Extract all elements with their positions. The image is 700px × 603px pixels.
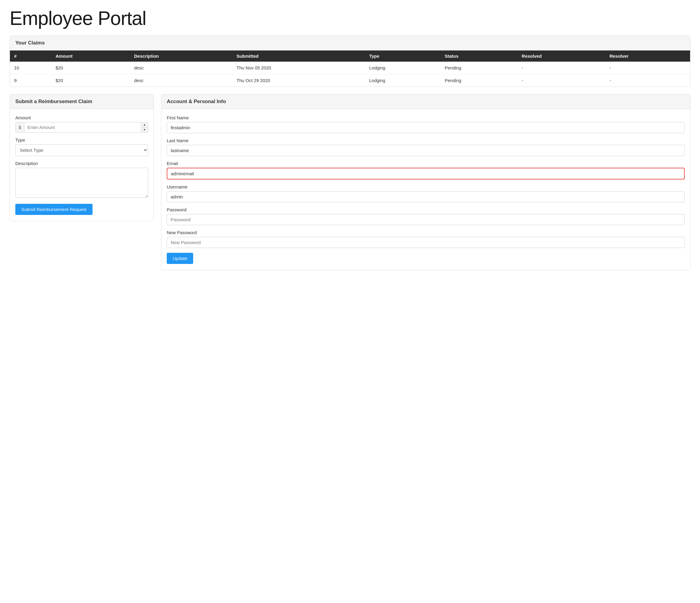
- amount-input[interactable]: [24, 122, 141, 132]
- account-card-title: Account & Personal Info: [161, 94, 690, 109]
- amount-label: Amount: [15, 115, 148, 120]
- account-card: Account & Personal Info First Name Last …: [161, 94, 691, 270]
- claims-table: # Amount Description Submitted Type Stat…: [10, 50, 690, 87]
- amount-decrement[interactable]: ▼: [141, 127, 148, 132]
- description-group: Description: [15, 161, 148, 199]
- reimbursement-card: Submit a Reimbursement Claim Amount $ ▲ …: [9, 94, 154, 221]
- new-password-label: New Password: [167, 230, 685, 235]
- col-header-type: Type: [365, 50, 441, 62]
- password-label: Password: [167, 207, 685, 212]
- email-input[interactable]: [167, 168, 685, 179]
- password-input[interactable]: [167, 214, 685, 225]
- col-header-id: #: [10, 50, 51, 62]
- first-name-input[interactable]: [167, 122, 685, 133]
- col-header-submitted: Submitted: [232, 50, 365, 62]
- last-name-input[interactable]: [167, 145, 685, 156]
- reimbursement-card-title: Submit a Reimbursement Claim: [10, 94, 153, 109]
- type-select[interactable]: Select TypeLodgingMealsTravelOther: [15, 144, 148, 156]
- amount-increment[interactable]: ▲: [141, 122, 148, 127]
- new-password-group: New Password: [167, 230, 685, 248]
- claims-section: Your Claims # Amount Description Submitt…: [9, 35, 691, 87]
- claims-section-title: Your Claims: [10, 36, 690, 50]
- col-header-resolved: Resolved: [518, 50, 605, 62]
- new-password-input[interactable]: [167, 237, 685, 248]
- col-header-resolver: Resolver: [605, 50, 690, 62]
- update-button[interactable]: Update: [167, 253, 193, 264]
- last-name-label: Last Name: [167, 138, 685, 143]
- col-header-amount: Amount: [51, 50, 130, 62]
- amount-prefix: $: [16, 122, 24, 132]
- amount-input-wrapper: $ ▲ ▼: [15, 122, 148, 132]
- password-group: Password: [167, 207, 685, 225]
- email-group: Email: [167, 161, 685, 179]
- first-name-group: First Name: [167, 115, 685, 133]
- last-name-group: Last Name: [167, 138, 685, 156]
- lower-section: Submit a Reimbursement Claim Amount $ ▲ …: [9, 94, 691, 270]
- table-row: 10$20descThu Nov 05 2020LodgingPending--: [10, 62, 690, 74]
- table-row: 9$20descThu Oct 29 2020LodgingPending--: [10, 74, 690, 87]
- description-textarea[interactable]: [15, 168, 148, 198]
- email-label: Email: [167, 161, 685, 166]
- first-name-label: First Name: [167, 115, 685, 120]
- claims-table-body: 10$20descThu Nov 05 2020LodgingPending--…: [10, 62, 690, 87]
- username-input[interactable]: [167, 191, 685, 202]
- page-title: Employee Portal: [9, 7, 691, 29]
- description-label: Description: [15, 161, 148, 166]
- amount-spinner: ▲ ▼: [141, 122, 148, 132]
- username-group: Username: [167, 184, 685, 202]
- col-header-description: Description: [130, 50, 232, 62]
- submit-reimbursement-button[interactable]: Submit Reimbursement Request: [15, 204, 93, 215]
- type-label: Type: [15, 137, 148, 143]
- col-header-status: Status: [441, 50, 517, 62]
- username-label: Username: [167, 184, 685, 189]
- type-group: Type Select TypeLodgingMealsTravelOther: [15, 137, 148, 156]
- amount-group: Amount $ ▲ ▼: [15, 115, 148, 132]
- claims-table-head: # Amount Description Submitted Type Stat…: [10, 50, 690, 62]
